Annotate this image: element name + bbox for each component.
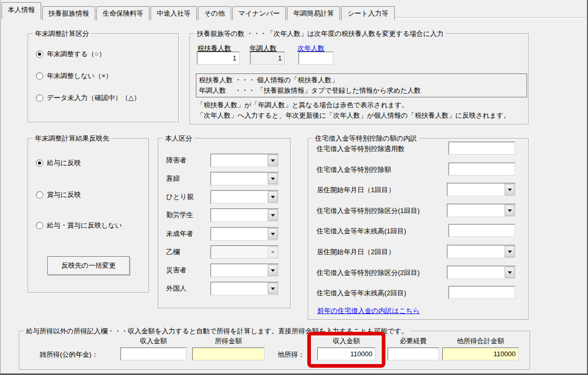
kojo-kubun-1-combobox[interactable] <box>447 204 516 217</box>
chevron-down-icon[interactable] <box>505 205 515 216</box>
kinro-gakusei-combobox[interactable] <box>210 208 279 222</box>
tab-chuto-nyusha[interactable]: 中途入社等 <box>151 6 197 20</box>
chevron-down-icon[interactable] <box>268 283 278 294</box>
tabstrip: 本人情報 扶養親族情報 生命保険料等 中途入社等 その他 マイナンバー 年調簡易… <box>2 2 396 19</box>
label-zatsu-shotoku: 雑所得(公的年金)： <box>40 350 98 359</box>
radio-hanei-shinai[interactable]: 給与・賞与に反映しない <box>36 221 122 230</box>
dependents-note2: 「次年人数」へ入力すると、年次更新後に「次年人数」が個人情報の「税扶養人数」に反… <box>197 110 510 121</box>
label-kafu: 寡婦 <box>166 174 180 183</box>
chevron-down-icon[interactable] <box>268 228 278 240</box>
radio-label: 年末調整しない（×） <box>47 71 112 81</box>
radio-icon <box>36 94 43 102</box>
group-other-income-title: 給与所得以外の所得記入欄・・・収入金額を入力すると自動で所得を計算します。直接所… <box>24 327 410 336</box>
radio-label: 給与・賞与に反映しない <box>47 221 122 230</box>
nencho-ninzu-field <box>250 52 285 65</box>
zatsu-shotoku-amount-field[interactable] <box>192 347 265 360</box>
dependents-info-box: 税扶養人数 ・・・ 個人情報の「税扶養人数」 年調人数 ・・・ 「扶養親族情報」… <box>196 73 527 97</box>
jinen-ninzu-input[interactable] <box>298 52 333 65</box>
hitsuyo-keihi-input[interactable] <box>387 347 439 360</box>
housing-kojogaku-input[interactable] <box>448 162 515 176</box>
chevron-down-icon[interactable] <box>268 265 278 276</box>
header-misc-income: 収入金額 <box>120 336 186 346</box>
radio-icon <box>36 191 43 198</box>
group-person-class-title: 本人区分 <box>163 134 194 143</box>
radio-icon <box>36 159 43 167</box>
header-other-total: 他所得合計金額 <box>442 336 519 346</box>
label-kinro-gakusei: 勤労学生 <box>166 210 193 220</box>
label-kojo-kubun-2: 住宅借入金等特別控除区分(2回目) <box>317 268 420 278</box>
label-nenmatsu-zandaka-2: 住宅借入金等年末残高(2回目) <box>317 289 406 298</box>
chevron-down-icon[interactable] <box>268 155 278 166</box>
zatsu-shotoku-income-input[interactable] <box>120 347 186 360</box>
gaikokujin-combobox[interactable] <box>210 282 279 295</box>
ta-shotoku-income-input[interactable] <box>317 347 376 360</box>
miseinensha-combobox[interactable] <box>210 227 279 241</box>
header-expense: 必要経費 <box>387 336 439 346</box>
dependents-info-line2: 年調人数 ・・・ 「扶養親族情報」タブで登録した情報から求めた人数 <box>199 85 524 96</box>
radio-shoyo-hanei[interactable]: 賞与に反映 <box>36 190 81 199</box>
kyoju-kaishi-2-combobox[interactable] <box>447 245 516 258</box>
radio-icon <box>36 72 43 80</box>
radio-label: 賞与に反映 <box>47 190 81 199</box>
label-saigaisha: 災害者 <box>166 266 186 275</box>
radio-data-minyuryoku[interactable]: データ未入力（確認中）（△） <box>36 93 141 102</box>
radio-label: 給与に反映 <box>47 158 81 168</box>
label-housing-tekiyosu: 住宅借入金等特別控除適用数 <box>317 144 405 154</box>
chevron-down-icon[interactable] <box>268 209 278 221</box>
group-housing-loan-title: 住宅借入金等特別控除の額の内訳 <box>313 134 419 143</box>
tab-fuyo-shinzoku[interactable]: 扶養親族情報 <box>42 6 95 20</box>
radio-nencho-suru[interactable]: 年末調整する（○） <box>36 49 105 58</box>
nenmatsu-zandaka-1-input[interactable] <box>448 224 515 237</box>
tab-nencho-kanikeisan[interactable]: 年調簡易計算 <box>287 6 340 20</box>
label-kyoju-kaishi-1: 居住開始年月日（1回目） <box>317 185 395 195</box>
label-hitorioya: ひとり親 <box>166 192 194 202</box>
tab-honnin-joho[interactable]: 本人情報 <box>2 2 41 19</box>
label-miseinensha: 未成年者 <box>166 229 193 239</box>
kyoju-kaishi-1-combobox[interactable] <box>447 183 516 196</box>
header-misc-amount: 所得金額 <box>192 336 265 346</box>
label-kyoju-kaishi-2: 居住開始年月日（2回目） <box>317 247 395 257</box>
saigaisha-combobox[interactable] <box>210 264 279 277</box>
nenmatsu-zandaka-2-input[interactable] <box>448 286 515 299</box>
chevron-down-icon[interactable] <box>268 191 278 203</box>
bulk-change-reflect-button[interactable]: 反映先の一括変更 <box>47 256 130 275</box>
radio-label: データ未入力（確認中）（△） <box>47 93 141 103</box>
label-otsuran: 乙欄 <box>166 247 180 257</box>
chevron-down-icon[interactable] <box>268 173 278 184</box>
dependents-note1: 「税扶養人数」が「年調人数」と異なる場合は赤色で表示されます。 <box>197 100 408 110</box>
group-reflect-target-title: 年末調整計算結果反映先 <box>33 134 111 143</box>
group-calc-class-title: 年末調整計算区分 <box>33 29 91 39</box>
kojo-kubun-2-combobox[interactable] <box>447 266 516 279</box>
chevron-down-icon <box>268 246 278 258</box>
label-shogaisha: 障害者 <box>166 156 186 165</box>
chevron-down-icon[interactable] <box>505 184 515 195</box>
label-gaikokujin: 外国人 <box>166 284 186 293</box>
group-dependents-title: 扶養親族等の数 ・・・「次年人数」は次年度の税扶養人数を変更する場合に入力 <box>195 29 446 39</box>
shogaisha-combobox[interactable] <box>210 154 279 167</box>
kafu-combobox[interactable] <box>210 172 279 185</box>
header-other-income: 収入金額 <box>317 336 376 346</box>
ta-shotoku-total-field[interactable] <box>442 347 519 360</box>
dependents-info-line1: 税扶養人数 ・・・ 個人情報の「税扶養人数」 <box>199 75 524 85</box>
housing-tekiyosu-input[interactable] <box>448 142 515 155</box>
zeifuyo-ninzu-input[interactable] <box>197 52 240 65</box>
label-nenmatsu-zandaka-1: 住宅借入金等年末残高(1回目) <box>317 227 406 236</box>
chevron-down-icon[interactable] <box>505 246 515 257</box>
hitorioya-combobox[interactable] <box>210 190 279 204</box>
radio-nencho-shinai[interactable]: 年末調整しない（×） <box>36 71 112 80</box>
radio-label: 年末調整する（○） <box>47 49 105 59</box>
tab-seimei-hoken[interactable]: 生命保険料等 <box>96 6 149 20</box>
radio-kyuyo-hanei[interactable]: 給与に反映 <box>36 158 81 167</box>
radio-icon <box>36 222 43 229</box>
label-kojo-kubun-1: 住宅借入金等特別控除区分(1回目) <box>317 206 420 216</box>
tab-sheet-nyuryoku[interactable]: シート入力等 <box>341 6 395 20</box>
otsuran-combobox <box>210 245 279 259</box>
previous-year-housing-link[interactable]: 前年の住宅借入金の内訳はこちら <box>317 306 420 316</box>
label-housing-kojogaku: 住宅借入金等特別控除額 <box>317 165 391 174</box>
tab-sonota[interactable]: その他 <box>198 6 231 20</box>
radio-icon <box>36 51 43 58</box>
chevron-down-icon[interactable] <box>505 267 515 278</box>
label-ta-shotoku: 他所得： <box>278 350 305 359</box>
year-end-adjustment-window: 本人情報 扶養親族情報 生命保険料等 中途入社等 その他 マイナンバー 年調簡易… <box>0 0 588 375</box>
tab-mynumber[interactable]: マイナンバー <box>232 6 286 20</box>
